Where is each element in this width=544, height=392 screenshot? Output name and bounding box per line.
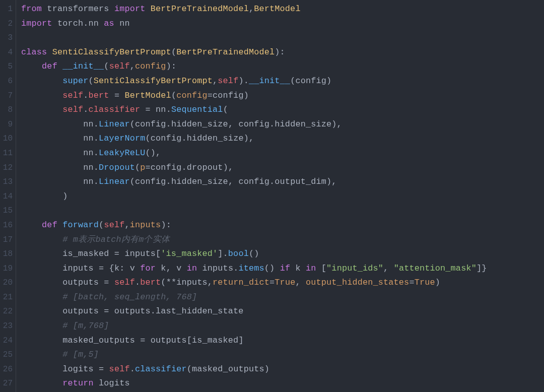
token-punc: : [119,264,130,273]
token-op: = [269,278,275,287]
token-punc: . [83,91,88,100]
code-line[interactable]: nn.LayerNorm(config.hidden_size), [21,132,544,146]
token-punc: . [130,364,135,374]
token-bool: True [415,278,435,287]
code-line[interactable]: super(SentiClassifyBertPrompt,self).__in… [21,74,544,89]
code-line[interactable]: self.bert = BertModel(config=config) [21,89,544,103]
token-punc: . [166,177,171,186]
token-punc: , [295,278,306,287]
code-line[interactable]: nn.Dropout(p=config.dropout), [21,161,544,175]
token-op [21,235,62,244]
code-line[interactable]: inputs = {k: v for k, v in inputs.items(… [21,262,544,276]
token-cls: BertModel [124,91,171,100]
token-fn: forward [62,220,99,230]
token-punc: , [124,220,129,230]
code-line[interactable]: outputs = self.bert(**inputs,return_dict… [21,276,544,290]
code-line[interactable] [21,31,544,45]
code-line[interactable]: # [m,768] [21,319,544,334]
code-editor[interactable]: 1234567891011121314151617181920212223242… [0,0,544,392]
token-punc: ): [275,47,285,57]
token-punc: , [213,76,218,86]
code-line[interactable]: nn.LeakyReLU(), [21,146,544,161]
token-punc: ): [161,220,171,230]
code-line[interactable]: def forward(self,inputs): [21,218,544,233]
code-line[interactable]: self.classifier = nn.Sequential( [21,103,544,117]
code-line[interactable]: # m表示batch内有m个实体 [21,233,544,247]
token-punc: , [228,177,239,186]
token-punc: . [83,19,88,28]
code-line[interactable]: is_masked = inputs['is_masked'].bool() [21,247,544,262]
token-op [47,47,52,57]
token-op: **inputs [166,278,208,287]
token-param: config [135,61,166,71]
token-punc: . [233,264,238,273]
token-punc: [ [156,249,161,258]
token-op: is_masked = inputs [21,249,156,258]
token-op [21,61,42,71]
line-number: 27 [0,376,16,391]
code-line[interactable]: # [m,5] [21,348,544,362]
line-number: 24 [0,334,16,348]
token-attr: classifier [89,105,141,114]
token-self: self [109,364,130,374]
token-punc: . [83,105,88,114]
line-number: 23 [0,319,16,334]
token-punc: ( [161,278,166,287]
line-number: 18 [0,247,16,262]
token-punc: ) [62,191,67,201]
token-cls: BertModel [254,4,300,14]
token-kw: return [62,378,94,388]
code-line[interactable]: masked_outputs = outputs[is_masked] [21,334,544,348]
token-bool: True [275,278,295,287]
token-op: torch [52,19,84,28]
line-number: 16 [0,218,16,233]
line-number: 3 [0,31,16,45]
token-op: last_hidden_state [156,306,244,316]
token-param: inputs [130,220,161,230]
token-kw: import [21,19,52,28]
token-param: p [140,163,145,172]
code-line[interactable]: import torch.nn as nn [21,17,544,31]
token-param: config [176,91,208,100]
token-kw: class [21,47,47,57]
line-number: 4 [0,45,16,60]
code-line[interactable]: from transformers import BertPreTrainedM… [21,2,544,17]
token-punc: ), [326,177,337,186]
code-line[interactable]: nn.Linear(config.hidden_size, config.hid… [21,117,544,132]
code-line[interactable]: ) [21,189,544,204]
token-cls: BertPreTrainedModel [176,47,275,57]
token-punc: ( [130,177,135,186]
token-param: output_hidden_states [306,278,409,287]
code-area[interactable]: from transformers import BertPreTrainedM… [16,0,544,392]
code-line[interactable]: def __init__(self,config): [21,59,544,74]
token-op: outputs = [21,278,114,287]
token-self: self [114,278,135,287]
line-number: 21 [0,290,16,305]
code-line[interactable]: logits = self.classifier(masked_outputs) [21,362,544,377]
token-op: logits = [21,364,109,374]
token-punc: . [151,306,156,316]
token-cls: SentiClassifyBertPrompt [94,76,213,86]
token-op [146,4,151,14]
code-line[interactable]: nn.Linear(config.hidden_size, config.out… [21,175,544,189]
token-fn: LayerNorm [99,134,145,143]
line-number: 12 [0,161,16,175]
code-line[interactable]: class SentiClassifyBertPrompt(BertPreTra… [21,45,544,60]
token-kw: def [42,61,57,71]
code-line[interactable]: return logits [21,376,544,391]
token-op: = [109,91,125,100]
code-line[interactable]: # [batch, seq_length, 768] [21,290,544,305]
token-op: config [238,119,269,129]
line-number: 9 [0,117,16,132]
token-kw: in [187,264,197,273]
code-line[interactable]: outputs = outputs.last_hidden_state [21,304,544,319]
token-self: self [62,105,83,114]
token-cmt: # [m,5] [62,350,99,359]
token-punc: . [269,177,275,186]
token-punc: { [109,264,114,273]
code-line[interactable] [21,204,544,218]
token-fn: __init__ [249,76,290,86]
token-op: v [130,264,141,273]
token-punc: ( [89,76,94,86]
token-punc: , [208,278,213,287]
